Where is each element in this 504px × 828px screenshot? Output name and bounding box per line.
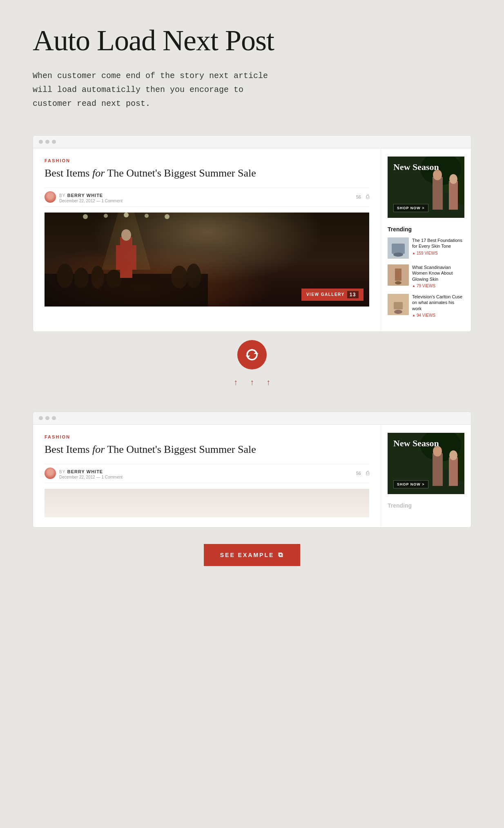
category-label-1: FASHION <box>45 158 369 163</box>
ad-shop-button-2[interactable]: SHOP NOW > <box>393 480 428 488</box>
article-layout-2: FASHION Best Items for The Outnet's Bigg… <box>33 425 471 527</box>
author-avatar-1 <box>45 191 56 203</box>
article-main-2: FASHION Best Items for The Outnet's Bigg… <box>33 425 381 527</box>
author-name-1: BERRY WHITE <box>67 193 103 198</box>
trending-title-1: Trending <box>388 226 464 233</box>
reload-section: ↑ ↑ ↑ <box>33 332 471 412</box>
trending-text-1: The 17 Best Foundations for Every Skin T… <box>412 237 464 255</box>
article-layout-1: FASHION Best Items for The Outnet's Bigg… <box>33 148 471 331</box>
share-icon-2[interactable]: ⎙ <box>366 470 369 477</box>
browser-dot-1 <box>39 140 43 144</box>
trending-item-title-2: What Scandinavian Women Know About Glowi… <box>412 264 464 282</box>
article-title-1: Best Items for The Outnet's Biggest Summ… <box>45 166 369 180</box>
sidebar-ad-1[interactable]: New Season SHOP NOW > <box>388 157 464 218</box>
external-link-icon: ⧉ <box>278 551 284 559</box>
trending-thumb-img-3 <box>388 294 409 315</box>
svg-rect-39 <box>433 453 443 486</box>
views-count-2: 56 <box>356 471 361 476</box>
author-info-2: by BERRY WHITE December 22, 2012 — 1 Com… <box>59 468 123 479</box>
ad-new-label-1: New Season <box>393 162 439 172</box>
trending-item-3: Television's Carlton Cuse on what animat… <box>388 294 464 318</box>
gallery-button-1[interactable]: VIEW GALLERY 13 <box>301 289 364 301</box>
see-example-button[interactable]: SEE EXAMPLE ⧉ <box>204 544 301 566</box>
svg-rect-22 <box>449 181 458 210</box>
cta-label: SEE EXAMPLE <box>220 552 274 558</box>
ad-text-overlay-2: New Season <box>393 439 439 448</box>
author-bar-2: by BERRY WHITE December 22, 2012 — 1 Com… <box>45 464 369 483</box>
trending-views-3: 94 VIEWS <box>412 313 464 318</box>
article-image-partial-2 <box>45 489 369 517</box>
ad-new-label-2: New Season <box>393 439 439 448</box>
browser-bar-1 <box>33 136 471 148</box>
article-sidebar-1: New Season SHOP NOW > Trending <box>381 148 471 331</box>
browser-dot-4 <box>39 416 43 420</box>
svg-rect-25 <box>392 244 405 254</box>
svg-point-1 <box>57 264 73 288</box>
browser-mockup-1: FASHION Best Items for The Outnet's Bigg… <box>33 135 471 332</box>
author-bar-1: by BERRY WHITE December 22, 2012 — 1 Com… <box>45 188 369 207</box>
svg-rect-10 <box>116 245 136 270</box>
author-avatar-2 <box>45 468 56 479</box>
browser-dot-6 <box>52 416 56 420</box>
trending-item-2: What Scandinavian Women Know About Glowi… <box>388 264 464 288</box>
hero-image-1: VIEW GALLERY 13 <box>45 213 369 307</box>
arrow-up-1: ↑ <box>234 378 238 387</box>
svg-point-15 <box>165 214 169 219</box>
svg-point-14 <box>145 214 149 218</box>
views-count-1: 56 <box>356 195 361 199</box>
trending-thumb-3 <box>388 294 409 315</box>
trending-text-2: What Scandinavian Women Know About Glowi… <box>412 264 464 288</box>
trending-item-title-1: The 17 Best Foundations for Every Skin T… <box>412 237 464 249</box>
svg-point-2 <box>74 268 89 288</box>
author-by-2: by <box>59 470 65 474</box>
sidebar-ad-2[interactable]: New Season SHOP NOW > <box>388 433 464 494</box>
author-name-2: BERRY WHITE <box>67 469 103 474</box>
svg-marker-34 <box>245 356 250 358</box>
svg-point-4 <box>106 270 122 288</box>
svg-point-11 <box>83 214 88 219</box>
trending-thumb-img-2 <box>388 264 409 286</box>
trending-views-1: 159 VIEWS <box>412 251 464 255</box>
arrow-up-2: ↑ <box>250 378 254 387</box>
trending-thumb-img-1 <box>388 237 409 259</box>
author-date-1: December 22, 2012 — 1 Comment <box>59 199 123 203</box>
share-icon-1[interactable]: ⎙ <box>366 194 369 200</box>
svg-point-23 <box>449 174 457 184</box>
browser-dot-3 <box>52 140 56 144</box>
svg-point-9 <box>121 229 131 241</box>
author-right-2: 56 ⎙ <box>356 470 369 477</box>
author-left-1: by BERRY WHITE December 22, 2012 — 1 Com… <box>45 191 123 203</box>
ad-text-overlay-1: New Season <box>393 162 439 172</box>
avatar-image-2 <box>45 468 56 479</box>
trending-title-2: Trending <box>388 502 464 509</box>
svg-point-12 <box>104 214 108 218</box>
svg-rect-41 <box>449 457 458 486</box>
author-info-1: by BERRY WHITE December 22, 2012 — 1 Com… <box>59 191 123 203</box>
svg-point-32 <box>394 310 402 314</box>
page-wrapper: Auto Load Next Post When customer come e… <box>0 0 504 607</box>
reload-svg <box>245 347 259 362</box>
reload-icon[interactable] <box>237 340 267 369</box>
svg-point-5 <box>171 266 187 289</box>
browser-bar-2 <box>33 412 471 425</box>
trending-item-title-3: Television's Carlton Cuse on what animat… <box>412 294 464 311</box>
page-description: When customer come end of the story next… <box>33 69 286 111</box>
trending-item-1: The 17 Best Foundations for Every Skin T… <box>388 237 464 259</box>
svg-point-13 <box>124 213 129 217</box>
svg-point-26 <box>393 253 403 257</box>
author-date-2: December 22, 2012 — 1 Comment <box>59 475 123 479</box>
svg-rect-20 <box>433 177 443 210</box>
svg-rect-28 <box>395 269 401 281</box>
page-title: Auto Load Next Post <box>33 25 471 57</box>
author-right-1: 56 ⎙ <box>356 194 369 200</box>
trending-views-2: 79 VIEWS <box>412 284 464 288</box>
arrows-row: ↑ ↑ ↑ <box>234 378 270 387</box>
svg-point-6 <box>186 264 201 288</box>
svg-rect-31 <box>394 302 403 309</box>
svg-point-42 <box>449 450 457 460</box>
runway-svg-1 <box>45 213 208 307</box>
article-title-2: Best Items for The Outnet's Biggest Summ… <box>45 443 369 457</box>
author-by-1: by <box>59 193 65 198</box>
avatar-image-1 <box>45 191 56 203</box>
ad-shop-button-1[interactable]: SHOP NOW > <box>393 204 428 212</box>
